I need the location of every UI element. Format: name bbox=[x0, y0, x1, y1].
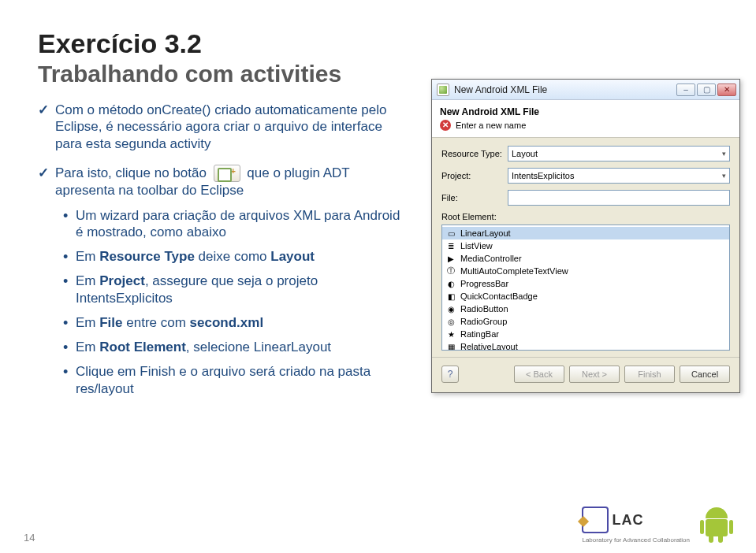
slide-content: Com o método onCreate() criado automatic… bbox=[38, 102, 400, 397]
root-element-item[interactable]: ◐ProgressBar bbox=[442, 277, 729, 290]
list-item-icon: ◐ bbox=[445, 278, 456, 289]
resource-type-value: Layout bbox=[512, 149, 538, 158]
bullet-1: Com o método onCreate() criado automatic… bbox=[55, 102, 400, 152]
sub-bullet: Em Project, assegure que seja o projeto … bbox=[76, 273, 400, 306]
lac-logo-text: LAC bbox=[612, 512, 643, 529]
dialog-window-title: New Android XML File bbox=[454, 84, 676, 95]
project-value: IntentsExplicitos bbox=[512, 171, 574, 180]
new-xml-file-icon: + bbox=[214, 165, 240, 182]
root-element-item[interactable]: ★RatingBar bbox=[442, 328, 729, 340]
root-element-label: Root Element: bbox=[441, 212, 730, 221]
finish-button[interactable]: Finish bbox=[624, 366, 675, 383]
android-icon bbox=[701, 507, 732, 544]
list-item-icon: ▭ bbox=[445, 228, 456, 239]
page-number: 14 bbox=[24, 532, 35, 544]
list-item-icon: ≣ bbox=[445, 240, 456, 251]
file-input[interactable] bbox=[508, 190, 730, 206]
cancel-button[interactable]: Cancel bbox=[680, 366, 730, 383]
list-item-label: MediaController bbox=[460, 254, 522, 263]
list-item-icon: ◉ bbox=[445, 303, 456, 314]
lac-logo-subtitle: Laboratory for Advanced Collaboration bbox=[582, 536, 690, 544]
root-element-item[interactable]: ▭LinearLayout bbox=[442, 227, 729, 239]
root-element-item[interactable]: ◉RadioButton bbox=[442, 302, 729, 315]
list-item-label: ListView bbox=[460, 241, 493, 251]
chevron-down-icon: ▾ bbox=[722, 150, 726, 158]
root-element-item[interactable]: ≣ListView bbox=[442, 239, 729, 252]
dialog-title-icon bbox=[437, 84, 449, 96]
bullet-2-pre: Para isto, clique no botão bbox=[55, 165, 207, 180]
project-dropdown[interactable]: IntentsExplicitos ▾ bbox=[508, 168, 730, 184]
resource-type-dropdown[interactable]: Layout ▾ bbox=[508, 146, 730, 161]
slide-title: Exercício 3.2 bbox=[38, 28, 718, 59]
sub-bullet: Clique em Finish e o arquivo será criado… bbox=[76, 363, 400, 397]
back-button[interactable]: < Back bbox=[514, 366, 564, 383]
list-item-icon: ◧ bbox=[445, 291, 456, 302]
dialog-titlebar: New Android XML File – ▢ ✕ bbox=[432, 80, 739, 100]
list-item-label: RadioGroup bbox=[460, 317, 507, 326]
sub-bullet: Em File entre com second.xml bbox=[76, 314, 400, 331]
list-item-label: RatingBar bbox=[460, 329, 499, 339]
window-minimize-button[interactable]: – bbox=[676, 84, 695, 96]
footer-logos: LAC Laboratory for Advanced Collaboratio… bbox=[582, 507, 732, 544]
dialog-banner-title: New Android XML File bbox=[440, 106, 732, 117]
list-item-label: ProgressBar bbox=[460, 279, 508, 288]
window-close-button[interactable]: ✕ bbox=[717, 84, 736, 96]
root-element-item[interactable]: ⓉMultiAutoCompleteTextView bbox=[442, 265, 729, 277]
list-item-label: LinearLayout bbox=[460, 228, 511, 238]
lac-logo: LAC Laboratory for Advanced Collaboratio… bbox=[582, 507, 690, 544]
root-element-item[interactable]: ▦RelativeLayout bbox=[442, 340, 729, 351]
root-element-list[interactable]: ▭LinearLayout≣ListView▶MediaControllerⓉM… bbox=[441, 225, 730, 351]
list-item-label: QuickContactBadge bbox=[460, 291, 538, 301]
list-item-icon: ◎ bbox=[445, 316, 456, 327]
list-item-label: MultiAutoCompleteTextView bbox=[460, 266, 568, 276]
window-maximize-button[interactable]: ▢ bbox=[697, 84, 716, 96]
file-label: File: bbox=[441, 193, 508, 202]
next-button[interactable]: Next > bbox=[569, 366, 620, 383]
list-item-icon: Ⓣ bbox=[445, 265, 456, 276]
new-android-xml-dialog: New Android XML File – ▢ ✕ New Android X… bbox=[431, 79, 740, 393]
dialog-error-text: Enter a new name bbox=[456, 121, 526, 130]
resource-type-label: Resource Type: bbox=[441, 149, 508, 158]
error-icon: ✕ bbox=[440, 120, 451, 131]
sub-bullet: Um wizard para criação de arquivos XML p… bbox=[76, 207, 400, 241]
project-label: Project: bbox=[441, 171, 508, 180]
list-item-icon: ▶ bbox=[445, 253, 456, 264]
bullet-1-text: Com o método onCreate() criado automatic… bbox=[55, 102, 387, 151]
sub-bullet: Em Root Element, selecione LinearLayout bbox=[76, 339, 400, 355]
chevron-down-icon: ▾ bbox=[722, 172, 726, 180]
root-element-item[interactable]: ◧QuickContactBadge bbox=[442, 290, 729, 302]
root-element-item[interactable]: ◎RadioGroup bbox=[442, 315, 729, 328]
help-button[interactable]: ? bbox=[441, 366, 459, 383]
sub-bullet: Em Resource Type deixe como Layout bbox=[76, 248, 400, 265]
list-item-label: RadioButton bbox=[460, 304, 508, 314]
list-item-icon: ★ bbox=[445, 328, 456, 340]
dialog-banner: New Android XML File ✕ Enter a new name bbox=[432, 100, 739, 138]
list-item-icon: ▦ bbox=[445, 341, 456, 351]
list-item-label: RelativeLayout bbox=[460, 342, 518, 351]
root-element-item[interactable]: ▶MediaController bbox=[442, 252, 729, 265]
bullet-2: Para isto, clique no botão + que o plugi… bbox=[55, 165, 400, 397]
